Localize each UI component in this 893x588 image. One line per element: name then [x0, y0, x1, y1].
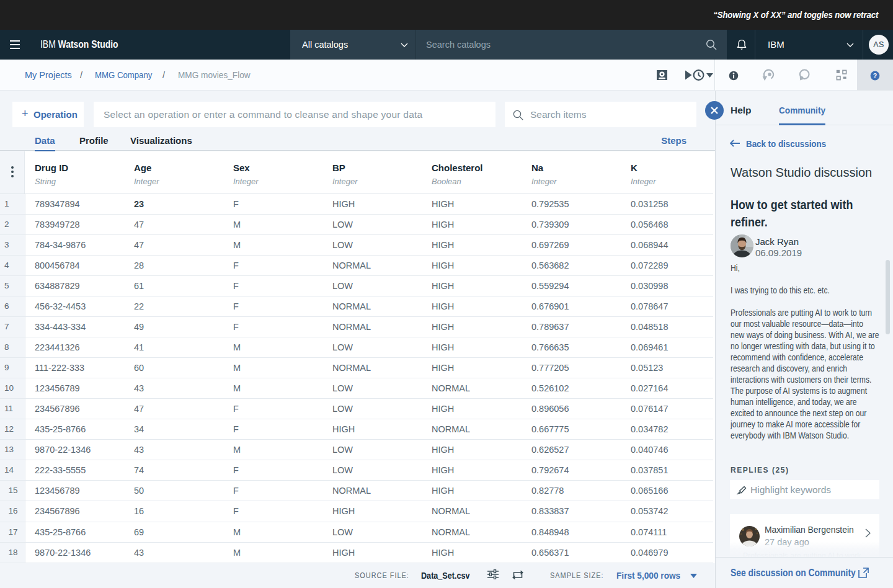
- svg-text:?: ?: [873, 72, 877, 79]
